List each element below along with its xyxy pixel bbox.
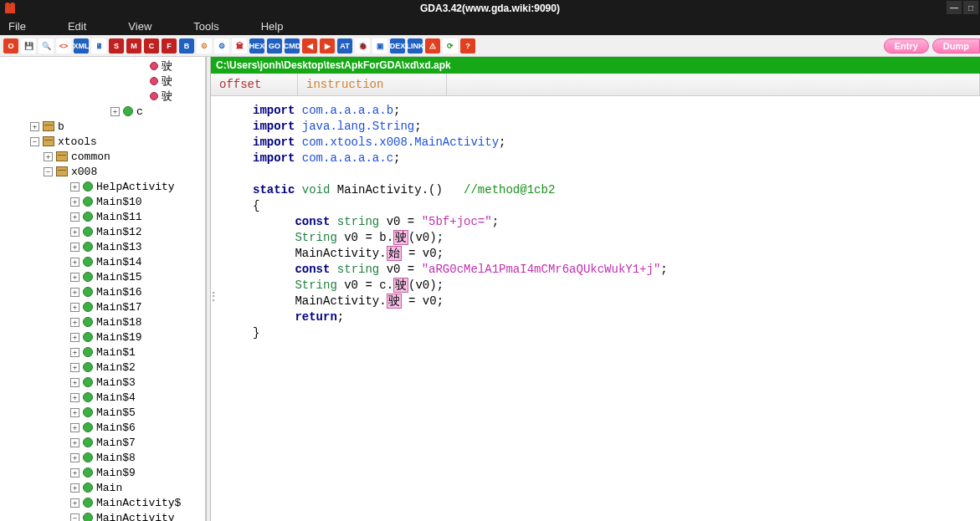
toolbar-icon-16[interactable]: CMD (285, 38, 300, 54)
pkg-x008[interactable]: −x008 (0, 164, 205, 179)
class-Main$8[interactable]: +Main$8 (0, 450, 205, 465)
class-Main$5[interactable]: +Main$5 (0, 405, 205, 420)
toolbar-icon-21[interactable]: ▣ (372, 38, 387, 54)
class-Main$17[interactable]: +Main$17 (0, 299, 205, 314)
expand-icon[interactable]: + (70, 243, 80, 252)
entry-button[interactable]: Entry (884, 38, 929, 54)
menu-help[interactable]: Help (261, 20, 284, 33)
expand-icon[interactable]: + (70, 212, 80, 222)
toolbar-icon-13[interactable]: 🏛 (232, 38, 247, 54)
pkg-b[interactable]: +b (0, 119, 205, 134)
pkg-xtools[interactable]: −xtools (0, 134, 205, 149)
toolbar-icon-14[interactable]: HEX (249, 38, 264, 54)
expand-icon[interactable]: + (70, 182, 80, 192)
minimize-button[interactable]: — (947, 1, 962, 14)
class-Main$4[interactable]: +Main$4 (0, 390, 205, 405)
toolbar-icon-4[interactable]: XML (74, 38, 89, 54)
expand-icon[interactable]: − (44, 167, 53, 176)
toolbar-icon-3[interactable]: <> (56, 38, 71, 54)
expand-icon[interactable]: + (70, 468, 80, 478)
toolbar-icon-20[interactable]: 🐞 (355, 38, 370, 54)
toolbar-icon-11[interactable]: ⚙ (197, 38, 212, 54)
maximize-button[interactable]: □ (963, 1, 978, 14)
toolbar-icon-26[interactable]: ? (460, 38, 475, 54)
expand-icon[interactable]: + (70, 197, 80, 207)
class-Main$1[interactable]: +Main$1 (0, 345, 205, 360)
toolbar-icon-0[interactable]: O (3, 38, 18, 54)
menu-edit[interactable]: Edit (68, 20, 86, 33)
expand-icon[interactable]: + (70, 423, 80, 432)
expand-icon[interactable]: + (70, 483, 80, 493)
class-Main$3[interactable]: +Main$3 (0, 375, 205, 390)
expand-icon[interactable]: + (70, 227, 80, 237)
expand-icon[interactable]: − (70, 513, 80, 522)
toolbar-icon-1[interactable]: 💾 (21, 38, 36, 54)
toolbar-icon-18[interactable]: ▶ (320, 38, 335, 54)
class-Main$2[interactable]: +Main$2 (0, 360, 205, 375)
class-Main$19[interactable]: +Main$19 (0, 329, 205, 345)
toolbar-icon-10[interactable]: B (179, 38, 194, 54)
class-Main$12[interactable]: +Main$12 (0, 224, 205, 239)
class-Main$6[interactable]: +Main$6 (0, 420, 205, 435)
toolbar-icon-5[interactable]: 🖥 (91, 38, 106, 54)
class-Main$16[interactable]: +Main$16 (0, 284, 205, 299)
class-MainActivity[interactable]: −MainActivity (0, 510, 205, 521)
method-node-1[interactable]: 驶 (0, 74, 205, 89)
toolbar-icon-9[interactable]: F (162, 38, 177, 54)
toolbar-icon-8[interactable]: C (144, 38, 159, 54)
expand-icon[interactable]: + (44, 152, 53, 161)
expand-icon[interactable]: + (110, 107, 120, 116)
tree-panel[interactable]: 驶驶驶+c+b−xtools+common−x008+HelpActivity+… (0, 57, 206, 521)
class-Main$13[interactable]: +Main$13 (0, 239, 205, 254)
method-node-0[interactable]: 驶 (0, 59, 205, 74)
expand-icon[interactable]: + (70, 273, 80, 282)
method-node-2[interactable]: 驶 (0, 89, 205, 104)
dump-button[interactable]: Dump (932, 38, 980, 54)
code-view[interactable]: import com.a.a.a.a.b; import java.lang.S… (211, 96, 980, 521)
toolbar-icon-19[interactable]: AT (337, 38, 352, 54)
splitter[interactable] (206, 57, 211, 521)
expand-icon[interactable]: + (70, 318, 80, 327)
expand-icon[interactable]: + (70, 303, 80, 312)
menu-tools[interactable]: Tools (193, 20, 218, 33)
class-Main$9[interactable]: +Main$9 (0, 465, 205, 480)
expand-icon[interactable]: + (70, 333, 80, 342)
toolbar-icon-17[interactable]: ◀ (302, 38, 317, 54)
expand-icon[interactable]: − (30, 137, 39, 146)
pkg-common[interactable]: +common (0, 149, 205, 164)
toolbar-icon-25[interactable]: ⟳ (443, 38, 458, 54)
class-MainActivity$[interactable]: +MainActivity$ (0, 495, 205, 510)
toolbar-icon-24[interactable]: ⚠ (425, 38, 440, 54)
expand-icon[interactable]: + (70, 363, 80, 372)
expand-icon[interactable]: + (70, 408, 80, 417)
class-Main$7[interactable]: +Main$7 (0, 435, 205, 450)
expand-icon[interactable]: + (70, 438, 80, 447)
col-instruction[interactable]: instruction (298, 74, 447, 95)
class-c[interactable]: +c (0, 104, 205, 119)
expand-icon[interactable]: + (70, 258, 80, 267)
class-Main[interactable]: +Main (0, 480, 205, 495)
class-HelpActivity[interactable]: +HelpActivity (0, 179, 205, 194)
expand-icon[interactable]: + (70, 378, 80, 387)
class-Main$10[interactable]: +Main$10 (0, 194, 205, 209)
toolbar-icon-2[interactable]: 🔍 (38, 38, 54, 54)
class-Main$14[interactable]: +Main$14 (0, 254, 205, 269)
expand-icon[interactable]: + (70, 498, 80, 508)
toolbar-icon-6[interactable]: S (109, 38, 124, 54)
col-offset[interactable]: offset (211, 74, 298, 95)
class-Main$15[interactable]: +Main$15 (0, 269, 205, 284)
toolbar-icon-7[interactable]: M (126, 38, 141, 54)
toolbar-icon-22[interactable]: DEX (390, 38, 405, 54)
class-Main$18[interactable]: +Main$18 (0, 314, 205, 329)
toolbar-icon-23[interactable]: LINK (408, 38, 423, 54)
menu-file[interactable]: File (8, 20, 26, 33)
menu-view[interactable]: View (128, 20, 151, 33)
expand-icon[interactable]: + (70, 348, 80, 357)
expand-icon[interactable]: + (30, 122, 39, 131)
expand-icon[interactable]: + (70, 393, 80, 402)
toolbar-icon-12[interactable]: ⚙ (214, 38, 229, 54)
class-Main$11[interactable]: +Main$11 (0, 209, 205, 224)
expand-icon[interactable]: + (70, 288, 80, 297)
expand-icon[interactable]: + (70, 453, 80, 462)
toolbar-icon-15[interactable]: GO (267, 38, 282, 54)
